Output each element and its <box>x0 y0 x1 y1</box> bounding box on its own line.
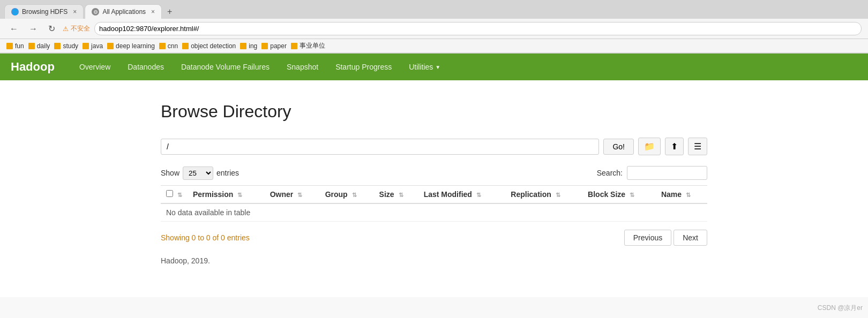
bookmark-fun[interactable]: fun <box>6 42 24 50</box>
bookmark-shiye-label: 事业单位 <box>300 41 325 50</box>
upload-icon-button[interactable]: ⬆ <box>665 138 684 155</box>
address-input[interactable]: hadoop102:9870/explorer.html#/ <box>94 22 862 35</box>
nav-datanode-volume-failures[interactable]: Datanode Volume Failures <box>173 55 278 79</box>
hadoop-brand[interactable]: Hadoop <box>11 60 55 74</box>
name-sort-icon: ⇅ <box>686 192 691 198</box>
pagination-buttons: Previous Next <box>624 230 707 246</box>
table-header: ⇅ Permission ⇅ Owner ⇅ Group ⇅ <box>161 186 707 204</box>
security-badge: ⚠ 不安全 <box>63 24 90 33</box>
bookmark-folder-icon <box>6 43 13 49</box>
header-last-modified[interactable]: Last Modified ⇅ <box>418 186 506 204</box>
nav-datanodes[interactable]: Datanodes <box>119 55 173 79</box>
pagination-row: Showing 0 to 0 of 0 entries Previous Nex… <box>161 230 707 246</box>
tab-browsing-hdfs[interactable]: 🌐 Browsing HDFS × <box>4 4 84 19</box>
path-bar: / Go! 📁 ⬆ ☰ <box>161 138 707 155</box>
bookmark-java-label: java <box>91 42 103 50</box>
bookmark-object-detection[interactable]: object detection <box>182 42 236 50</box>
refresh-button[interactable]: ↻ <box>45 22 58 35</box>
bookmark-folder-icon <box>28 43 35 49</box>
table-body: No data available in table <box>161 203 707 222</box>
utilities-dropdown-arrow: ▼ <box>435 64 440 70</box>
data-table: ⇅ Permission ⇅ Owner ⇅ Group ⇅ <box>161 185 707 222</box>
bookmark-paper[interactable]: paper <box>261 42 287 50</box>
tab-all-applications[interactable]: ⚙ All Applications × <box>85 4 162 19</box>
bookmark-folder-icon <box>159 43 166 49</box>
bookmark-folder-icon <box>54 43 61 49</box>
header-size[interactable]: Size ⇅ <box>374 186 418 204</box>
table-controls: Show 10 25 50 100 entries Search: <box>161 166 707 180</box>
header-owner[interactable]: Owner ⇅ <box>265 186 320 204</box>
new-tab-button[interactable]: + <box>163 5 176 19</box>
bookmark-folder-icon <box>182 43 189 49</box>
previous-button[interactable]: Previous <box>624 230 671 246</box>
nav-links: Overview Datanodes Datanode Volume Failu… <box>71 55 449 79</box>
hadoop-navbar: Hadoop Overview Datanodes Datanode Volum… <box>0 54 868 80</box>
block-size-sort-icon: ⇅ <box>630 192 634 198</box>
bookmark-shiye[interactable]: 事业单位 <box>291 41 325 50</box>
bookmark-folder-icon <box>240 43 246 49</box>
page-title: Browse Directory <box>161 102 707 122</box>
bookmark-cnn[interactable]: cnn <box>159 42 178 50</box>
show-entries-control: Show 10 25 50 100 entries <box>161 166 239 180</box>
folder-icon-button[interactable]: 📁 <box>638 138 661 155</box>
permission-sort-icon: ⇅ <box>237 192 242 198</box>
content-wrap: Browse Directory / Go! 📁 ⬆ ☰ Show 10 25 <box>139 102 729 246</box>
bookmark-folder-icon <box>107 43 114 49</box>
browser-chrome: 🌐 Browsing HDFS × ⚙ All Applications × +… <box>0 0 868 54</box>
bookmarks-bar: fun daily study java deep learning cnn o… <box>0 39 868 53</box>
bookmark-cnn-label: cnn <box>168 42 178 50</box>
tab-all-apps-label: All Applications <box>102 8 146 16</box>
select-all-checkbox[interactable] <box>166 190 173 197</box>
bookmark-deep-learning[interactable]: deep learning <box>107 42 155 50</box>
go-button[interactable]: Go! <box>603 139 634 155</box>
footer-text: Hadoop, 2019. <box>161 256 210 265</box>
list-icon-button[interactable]: ☰ <box>688 138 707 155</box>
replication-sort-icon: ⇅ <box>556 192 560 198</box>
path-input[interactable]: / <box>161 139 599 155</box>
bookmark-study[interactable]: study <box>54 42 78 50</box>
search-input[interactable] <box>627 166 707 180</box>
entries-label: entries <box>216 169 239 177</box>
bookmark-od-label: object detection <box>191 42 236 50</box>
tab-close-icon[interactable]: × <box>73 8 77 16</box>
security-text: 不安全 <box>71 24 90 33</box>
bookmark-daily-label: daily <box>37 42 50 50</box>
last-modified-sort-icon: ⇅ <box>476 192 481 198</box>
bookmark-dl-label: deep learning <box>116 42 155 50</box>
no-data-row: No data available in table <box>161 203 707 222</box>
folder-icon: 📁 <box>644 142 655 151</box>
upload-icon: ⬆ <box>671 142 678 151</box>
page-content: Browse Directory / Go! 📁 ⬆ ☰ Show 10 25 <box>0 80 868 297</box>
header-permission[interactable]: Permission ⇅ <box>188 186 265 204</box>
bookmark-ing[interactable]: ing <box>240 42 257 50</box>
bookmark-folder-icon <box>83 43 89 49</box>
tab-bar: 🌐 Browsing HDFS × ⚙ All Applications × + <box>0 0 868 19</box>
header-name[interactable]: Name ⇅ <box>656 186 707 204</box>
header-group[interactable]: Group ⇅ <box>320 186 374 204</box>
search-label: Search: <box>597 169 623 177</box>
showing-text: Showing 0 to 0 of 0 entries <box>161 233 250 242</box>
bookmark-folder-icon <box>261 43 268 49</box>
nav-utilities[interactable]: Utilities ▼ <box>400 55 449 79</box>
entries-select[interactable]: 10 25 50 100 <box>183 166 213 180</box>
header-block-size[interactable]: Block Size ⇅ <box>582 186 656 204</box>
owner-sort-icon: ⇅ <box>297 192 302 198</box>
bookmark-paper-label: paper <box>270 42 287 50</box>
tab-close-apps-icon[interactable]: × <box>151 8 155 16</box>
bookmark-java[interactable]: java <box>83 42 103 50</box>
address-bar: ← → ↻ ⚠ 不安全 hadoop102:9870/explorer.html… <box>0 19 868 39</box>
list-icon: ☰ <box>694 142 701 151</box>
nav-overview[interactable]: Overview <box>71 55 119 79</box>
bookmark-ing-label: ing <box>249 42 257 50</box>
nav-snapshot[interactable]: Snapshot <box>278 55 327 79</box>
tab-apps-icon: ⚙ <box>92 8 99 16</box>
size-sort-icon: ⇅ <box>399 192 403 198</box>
header-replication[interactable]: Replication ⇅ <box>505 186 582 204</box>
forward-button[interactable]: → <box>26 23 41 35</box>
bookmark-daily[interactable]: daily <box>28 42 50 50</box>
back-button[interactable]: ← <box>6 23 21 35</box>
nav-startup-progress[interactable]: Startup Progress <box>327 55 400 79</box>
checkbox-sort-icon: ⇅ <box>177 192 182 198</box>
tab-browsing-label: Browsing HDFS <box>22 8 68 16</box>
next-button[interactable]: Next <box>674 230 707 246</box>
